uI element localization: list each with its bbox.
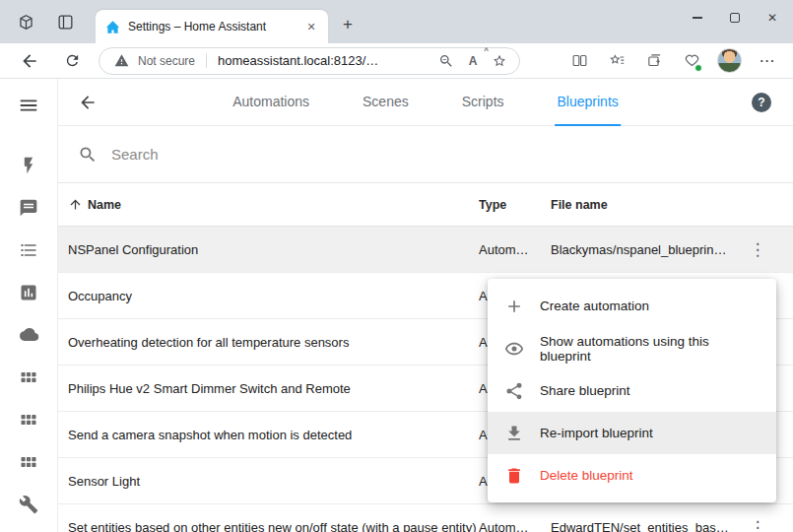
table-row[interactable]: Set entities based on other entities new…: [58, 504, 793, 532]
chat-icon[interactable]: [0, 186, 57, 229]
window-controls: ✕: [679, 5, 791, 31]
list-icon[interactable]: [0, 229, 57, 271]
menu-item-label: Delete blueprint: [540, 468, 633, 483]
help-button[interactable]: ?: [752, 93, 771, 112]
split-screen-icon[interactable]: [567, 49, 591, 73]
ha-sidebar: [0, 79, 58, 532]
home-assistant-favicon: [105, 20, 120, 34]
address-bar[interactable]: Not secure homeassistant.local:8123/… A^: [99, 47, 520, 75]
menu-item-reimport-blueprint[interactable]: Re-import blueprint: [488, 412, 776, 454]
ha-header: Automations Scenes Scripts Blueprints ?: [58, 79, 793, 126]
modules-icon[interactable]: [0, 398, 57, 440]
search-icon: [78, 145, 98, 165]
maximize-button[interactable]: [716, 5, 754, 31]
menu-item-show-automations[interactable]: Show automations using this blueprint: [488, 327, 776, 369]
column-header-file[interactable]: File name: [551, 198, 736, 212]
eye-icon: [503, 338, 525, 360]
menu-item-delete-blueprint[interactable]: Delete blueprint: [488, 454, 776, 497]
toolbar-right-cluster: ⋯: [567, 48, 785, 73]
column-header-name[interactable]: Name: [58, 197, 479, 212]
column-header-type[interactable]: Type: [479, 198, 551, 212]
menu-item-create-automation[interactable]: Create automation: [488, 285, 776, 327]
cloud-icon[interactable]: [0, 313, 57, 356]
zoom-out-icon[interactable]: [436, 51, 456, 71]
tab-scripts[interactable]: Scripts: [460, 79, 506, 126]
blueprint-context-menu: Create automation Show automations using…: [488, 279, 776, 502]
row-name: Sensor Light: [58, 458, 479, 504]
wrench-icon[interactable]: [0, 483, 57, 525]
journal-icon[interactable]: [53, 10, 77, 33]
search-input[interactable]: [111, 146, 505, 163]
row-type: Autom…: [479, 242, 551, 257]
menu-item-label: Create automation: [540, 299, 649, 313]
workspaces-icon[interactable]: [14, 10, 37, 33]
address-divider: [206, 53, 207, 68]
kebab-icon: ⋮: [750, 241, 766, 258]
close-button[interactable]: ✕: [754, 5, 791, 31]
browser-menu-icon[interactable]: ⋯: [756, 49, 779, 73]
green-status-badge: [694, 64, 702, 72]
tab-automations[interactable]: Automations: [231, 79, 311, 126]
row-name: Send a camera snapshot when motion is de…: [58, 412, 479, 458]
row-name: Occupancy: [58, 273, 479, 319]
ha-tab-bar: Automations Scenes Scripts Blueprints: [231, 79, 621, 126]
ha-back-icon[interactable]: [76, 79, 99, 126]
row-overflow-button[interactable]: ⋮: [736, 241, 779, 258]
row-name: Overheating detection for all temperatur…: [58, 319, 479, 366]
row-file: EdwardTEN/set_entities_bas…: [551, 520, 736, 532]
profile-avatar[interactable]: [717, 48, 742, 73]
browser-toolbar: Not secure homeassistant.local:8123/… A^: [0, 43, 793, 79]
row-name: Philips Hue v2 Smart Dimmer Switch and R…: [58, 366, 479, 412]
tab-close-icon[interactable]: ✕: [302, 18, 320, 35]
plus-icon: [503, 296, 525, 317]
table-row[interactable]: NSPanel Configuration Autom… Blackymas/n…: [58, 227, 793, 273]
home-assistant-app: Automations Scenes Scripts Blueprints ?: [0, 79, 793, 532]
sort-arrow-icon: [68, 197, 83, 212]
table-header: Name Type File name: [58, 183, 793, 227]
new-tab-button[interactable]: +: [336, 13, 360, 36]
refresh-icon[interactable]: [58, 47, 86, 75]
url-text: homeassistant.local:8123/…: [218, 53, 430, 68]
favorite-star-icon[interactable]: [490, 51, 509, 71]
browser-back-icon[interactable]: [16, 47, 43, 75]
menu-hamburger-icon[interactable]: [0, 91, 57, 120]
share-icon: [503, 380, 525, 402]
kebab-icon: ⋮: [750, 519, 766, 532]
tab-blueprints[interactable]: Blueprints: [556, 79, 621, 126]
tab-title: Settings – Home Assistant: [128, 20, 302, 33]
security-label: Not secure: [138, 54, 195, 68]
menu-item-label: Show automations using this blueprint: [540, 334, 760, 364]
modules-icon[interactable]: [0, 356, 57, 398]
browser-essentials-icon[interactable]: [680, 49, 703, 73]
browser-window: Settings – Home Assistant ✕ + ✕ Not secu…: [0, 0, 793, 532]
lightning-icon[interactable]: [0, 144, 57, 186]
favorites-hub-icon[interactable]: [605, 49, 628, 73]
download-icon: [503, 423, 525, 444]
minimize-button[interactable]: [679, 5, 716, 31]
read-aloud-icon[interactable]: A^: [463, 51, 483, 71]
browser-tab[interactable]: Settings – Home Assistant ✕: [96, 10, 328, 43]
row-overflow-button[interactable]: ⋮: [736, 519, 779, 532]
row-type: Autom…: [479, 520, 551, 532]
not-secure-warning-icon[interactable]: [111, 51, 131, 71]
row-name: NSPanel Configuration: [58, 227, 479, 273]
menu-item-share-blueprint[interactable]: Share blueprint: [488, 369, 776, 412]
menu-item-label: Re-import blueprint: [540, 426, 653, 440]
modules-icon[interactable]: [0, 440, 57, 483]
trash-icon: [503, 465, 525, 487]
menu-item-label: Share blueprint: [540, 383, 630, 398]
browser-titlebar: Settings – Home Assistant ✕ + ✕: [0, 0, 793, 43]
tab-scenes[interactable]: Scenes: [361, 79, 411, 126]
row-name: Set entities based on other entities new…: [58, 504, 479, 532]
search-row: [58, 126, 793, 183]
chart-box-icon[interactable]: [0, 271, 57, 313]
collections-icon[interactable]: [642, 49, 666, 73]
row-file: Blackymas/nspanel_blueprin…: [551, 242, 736, 257]
